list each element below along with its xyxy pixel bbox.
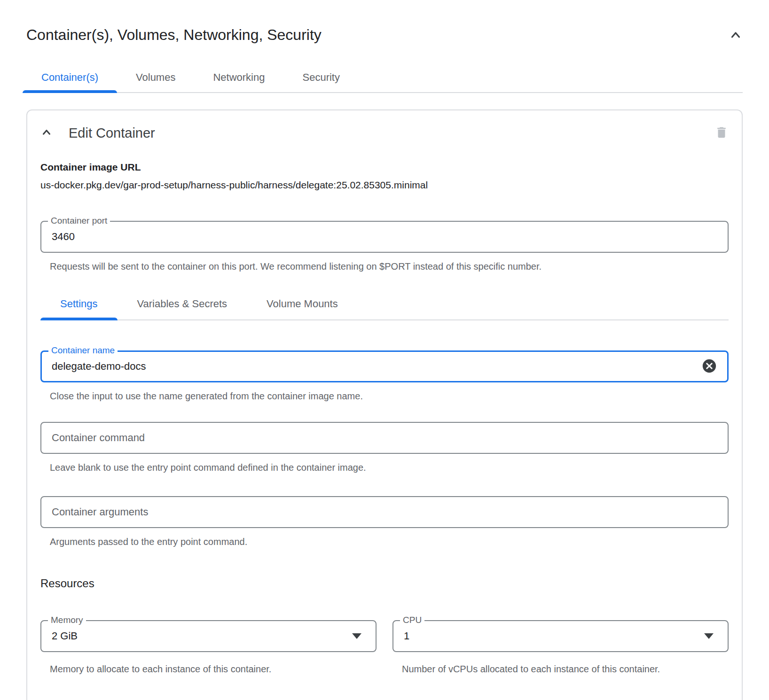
memory-select[interactable]: Memory 2 GiB [40, 620, 377, 652]
memory-label: Memory [48, 615, 86, 625]
resources-heading: Resources [40, 577, 729, 590]
memory-column: Memory 2 GiB Memory to allocate to each … [40, 620, 377, 677]
resources-row: Memory 2 GiB Memory to allocate to each … [40, 620, 729, 677]
tab-security[interactable]: Security [283, 60, 358, 92]
panel-header: Container(s), Volumes, Networking, Secur… [26, 25, 743, 44]
tab-variables-secrets[interactable]: Variables & Secrets [118, 293, 247, 319]
cpu-label: CPU [400, 615, 424, 625]
edit-container-collapse-button[interactable] [40, 126, 53, 140]
container-command-input[interactable] [52, 432, 717, 444]
cancel-icon [701, 358, 717, 375]
container-arguments-input[interactable] [52, 506, 717, 518]
cpu-value: 1 [404, 630, 409, 642]
memory-help: Memory to allocate to each instance of t… [50, 661, 377, 677]
edit-container-title: Edit Container [69, 125, 155, 141]
container-name-help: Close the input to use the name generate… [50, 390, 729, 402]
container-image-url-value: us-docker.pkg.dev/gar-prod-setup/harness… [40, 179, 729, 191]
container-port-field[interactable]: Container port 3460 [40, 221, 729, 253]
chevron-up-icon [729, 28, 743, 44]
tab-settings[interactable]: Settings [40, 293, 118, 319]
tab-networking[interactable]: Networking [194, 60, 283, 92]
cpu-column: CPU 1 Number of vCPUs allocated to each … [392, 620, 729, 677]
container-name-input[interactable] [52, 360, 701, 373]
container-port-help: Requests will be sent to the container o… [50, 260, 729, 272]
trash-icon [714, 125, 729, 141]
container-arguments-field[interactable] [40, 496, 729, 528]
cpu-select[interactable]: CPU 1 [392, 620, 729, 652]
container-arguments-help: Arguments passed to the entry point comm… [50, 536, 729, 548]
caret-down-icon [704, 633, 714, 639]
section-tabs: Container(s) Volumes Networking Security [23, 60, 743, 93]
tab-containers[interactable]: Container(s) [23, 60, 117, 92]
panel-collapse-button[interactable] [729, 28, 743, 44]
container-port-label: Container port [48, 216, 110, 226]
chevron-up-icon [40, 126, 53, 140]
container-image-url-label: Container image URL [40, 162, 729, 173]
tab-volume-mounts[interactable]: Volume Mounts [247, 293, 358, 319]
container-command-field[interactable] [40, 422, 729, 454]
container-name-label: Container name [48, 345, 118, 356]
caret-down-icon [352, 633, 361, 639]
edit-container-header: Edit Container [40, 125, 729, 141]
page-title: Container(s), Volumes, Networking, Secur… [26, 25, 322, 44]
container-tabs: Settings Variables & Secrets Volume Moun… [40, 293, 729, 320]
clear-name-button[interactable] [701, 358, 717, 375]
cpu-help: Number of vCPUs allocated to each instan… [402, 661, 665, 677]
memory-value: 2 GiB [52, 630, 78, 642]
tab-volumes[interactable]: Volumes [117, 60, 194, 92]
edit-container-card: Edit Container Container image URL us-do… [26, 109, 743, 700]
container-name-field[interactable]: Container name [40, 350, 729, 382]
delete-container-button[interactable] [714, 125, 729, 141]
container-config-panel: Container(s), Volumes, Networking, Secur… [0, 0, 769, 700]
container-port-value: 3460 [52, 231, 75, 243]
container-command-help: Leave blank to use the entry point comma… [50, 461, 729, 474]
